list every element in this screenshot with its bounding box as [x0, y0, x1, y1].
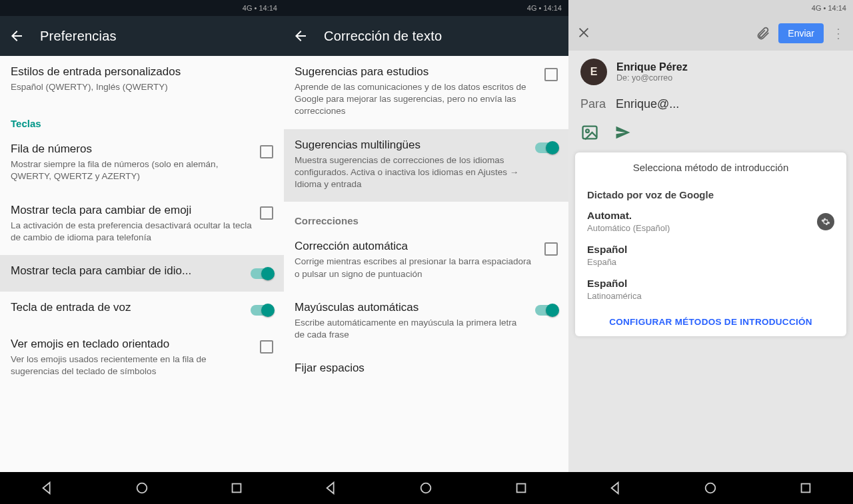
avatar: E [580, 59, 607, 85]
checkbox[interactable] [260, 145, 273, 158]
nav-back-icon[interactable] [608, 481, 623, 495]
dialog-section: Dictado por voz de Google [586, 181, 836, 204]
section-header: Correcciones [284, 202, 568, 230]
checkbox[interactable] [260, 340, 273, 354]
nav-recent-icon[interactable] [229, 481, 244, 495]
to-row[interactable]: Para Enrique@... [568, 88, 853, 119]
option-sub: Latinoamérica [587, 291, 834, 301]
status-bar: 4G • 14:14 [0, 0, 284, 16]
list-item[interactable]: Corrección automática Corrige mientras e… [284, 230, 568, 291]
option-label: Automat. [587, 210, 670, 222]
correction-list: Sugerencias para estudios Aprende de las… [284, 56, 568, 472]
section-header: Teclas [0, 105, 284, 133]
svg-point-0 [137, 483, 147, 493]
switch[interactable] [535, 142, 558, 153]
send-button[interactable]: Enviar [778, 23, 824, 43]
preferences-screen: 4G • 14:14 Preferencias Estilos de entra… [0, 0, 284, 504]
item-title: Mostrar tecla para cambiar de emoji [11, 204, 252, 217]
option-label: Español [587, 278, 834, 290]
nav-back-icon[interactable] [40, 481, 55, 495]
checkbox[interactable] [260, 206, 273, 220]
item-subtitle: Ver los emojis usados recientemente en l… [11, 354, 252, 378]
ime-option[interactable]: Automat. Automático (Español) [586, 204, 836, 238]
list-item[interactable]: Mostrar tecla para cambiar de emoji La a… [0, 194, 284, 255]
list-item[interactable]: Fijar espacios [284, 352, 568, 389]
switch[interactable] [251, 268, 273, 279]
switch[interactable] [535, 305, 558, 316]
arrow-back-icon [293, 28, 309, 44]
nav-recent-icon[interactable] [514, 481, 528, 495]
to-value: Enrique@... [616, 97, 679, 111]
item-title: Ver emojis en teclado orientado [11, 338, 252, 351]
nav-bar [0, 472, 284, 504]
item-title: Mayúsculas automáticas [295, 301, 527, 314]
appbar-preferences: Preferencias [0, 16, 284, 56]
svg-rect-1 [233, 484, 241, 493]
item-subtitle: Muestra sugerencias de correcciones de l… [295, 154, 527, 191]
nav-home-icon[interactable] [419, 481, 433, 495]
option-label: Español [587, 244, 834, 256]
checkbox[interactable] [544, 242, 558, 256]
input-method-dialog: Selecciona método de introducción Dictad… [575, 152, 846, 336]
item-subtitle: Español (QWERTY), Inglés (QWERTY) [11, 81, 273, 93]
settings-gear-button[interactable] [817, 213, 834, 230]
text-correction-screen: 4G • 14:14 Corrección de texto Sugerenci… [284, 0, 568, 504]
list-item[interactable]: Estilos de entrada personalizados Españo… [0, 56, 284, 105]
switch[interactable] [251, 305, 273, 316]
item-subtitle: Aprende de las comunicaciones y de los d… [295, 81, 536, 118]
item-title: Fijar espacios [295, 362, 558, 375]
configure-ime-link[interactable]: Configurar métodos de introducción [586, 306, 836, 331]
svg-point-6 [706, 483, 716, 493]
dialog-title: Selecciona método de introducción [586, 162, 836, 181]
list-item[interactable]: Sugerencias multilingües Muestra sugeren… [284, 129, 568, 202]
nav-recent-icon[interactable] [798, 481, 813, 495]
from-row: E Enrique Pérez De: yo@correo [568, 51, 853, 88]
ime-option[interactable]: Español España [586, 238, 836, 272]
close-icon [576, 25, 591, 40]
back-button[interactable] [8, 27, 25, 45]
back-button[interactable] [292, 27, 309, 45]
item-subtitle: La activación de esta preferencia desact… [11, 220, 252, 244]
nav-bar [284, 472, 568, 504]
svg-rect-3 [516, 484, 525, 493]
item-title: Tecla de entrada de voz [11, 301, 243, 314]
preferences-list: Estilos de entrada personalizados Españo… [0, 56, 284, 472]
list-item[interactable]: Fila de números Mostrar siempre la fila … [0, 133, 284, 194]
close-button[interactable] [576, 25, 592, 41]
ime-option[interactable]: Español Latinoamérica [586, 272, 836, 306]
item-subtitle: Escribe automáticamente en mayúscula la … [295, 317, 527, 341]
svg-point-5 [586, 129, 589, 132]
item-title: Fila de números [11, 142, 252, 156]
svg-rect-4 [583, 126, 597, 139]
appbar-correction: Corrección de texto [284, 16, 568, 56]
item-subtitle: Corrige mientras escribes al presionar l… [295, 256, 536, 280]
gear-icon [821, 217, 830, 226]
checkbox[interactable] [544, 68, 558, 81]
list-item[interactable]: Mostrar tecla para cambiar de idio... [0, 255, 284, 292]
from-address: De: yo@correo [616, 73, 688, 83]
image-icon[interactable] [580, 123, 599, 142]
page-title: Corrección de texto [324, 29, 442, 44]
send-inline-icon[interactable] [614, 123, 632, 142]
list-item[interactable]: Tecla de entrada de voz [0, 292, 284, 328]
arrow-back-icon [9, 28, 25, 44]
attach-icon[interactable] [756, 26, 770, 41]
status-bar: 4G • 14:14 [568, 0, 853, 16]
list-item[interactable]: Sugerencias para estudios Aprende de las… [284, 56, 568, 129]
nav-back-icon[interactable] [324, 481, 339, 495]
nav-home-icon[interactable] [135, 481, 149, 495]
item-title: Corrección automática [295, 240, 536, 253]
item-title: Estilos de entrada personalizados [11, 65, 273, 79]
option-sub: España [587, 257, 834, 267]
nav-home-icon[interactable] [703, 481, 718, 495]
list-item[interactable]: Ver emojis en teclado orientado Ver los … [0, 328, 284, 389]
list-item[interactable]: Mayúsculas automáticas Escribe automátic… [284, 292, 568, 352]
more-icon[interactable]: ⋮ [832, 25, 845, 41]
svg-rect-7 [801, 484, 810, 493]
status-text: 4G • 14:14 [243, 4, 277, 12]
item-title: Mostrar tecla para cambiar de idio... [11, 264, 243, 278]
item-title: Sugerencias multilingües [295, 138, 527, 152]
item-title: Sugerencias para estudios [295, 65, 536, 79]
nav-bar [568, 472, 853, 504]
compose-quick-icons [568, 119, 853, 148]
